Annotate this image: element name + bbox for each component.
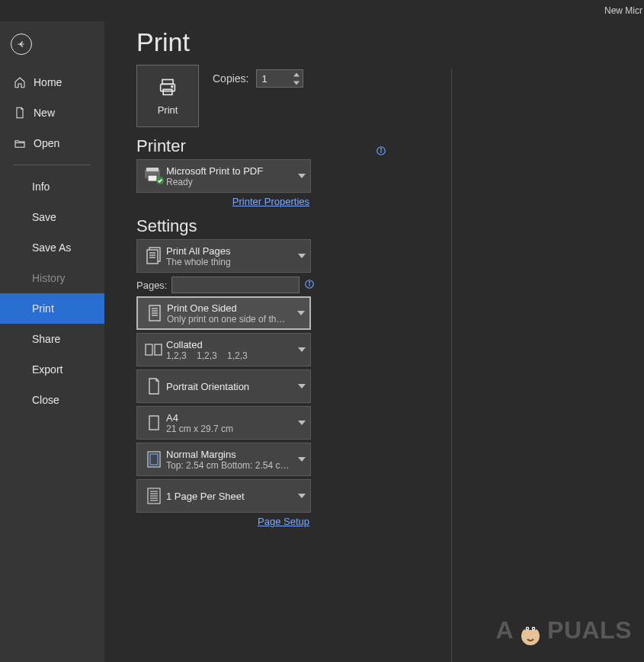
spinner-down[interactable] bbox=[290, 78, 303, 87]
page-setup-link[interactable]: Page Setup bbox=[136, 516, 309, 527]
collation-sub: 1,2,3 1,2,3 1,2,3 bbox=[166, 350, 293, 361]
pages-input[interactable] bbox=[171, 277, 300, 293]
orientation-select[interactable]: Portrait Orientation bbox=[136, 369, 311, 403]
print-button[interactable]: Print bbox=[136, 65, 199, 127]
pages-all-icon bbox=[145, 246, 163, 266]
copies-input[interactable]: 1 bbox=[256, 69, 303, 88]
back-button[interactable] bbox=[11, 34, 32, 55]
spinner-up[interactable] bbox=[290, 70, 303, 78]
sidebar-item-save[interactable]: Save bbox=[0, 202, 104, 232]
chevron-down-icon bbox=[297, 311, 305, 315]
collated-icon bbox=[144, 342, 164, 357]
document-title: New Micr bbox=[604, 5, 642, 16]
sidebar-item-label: Open bbox=[34, 137, 59, 149]
svg-rect-2 bbox=[163, 89, 172, 94]
titlebar: New Micr bbox=[0, 0, 644, 21]
margins-title: Normal Margins bbox=[166, 449, 293, 460]
watermark: A PUALS bbox=[495, 613, 632, 647]
sidebar-item-label: History bbox=[32, 272, 66, 284]
backstage-sidebar: Home New Open Info Save Save As History … bbox=[0, 0, 104, 662]
printer-ready-icon bbox=[143, 168, 165, 184]
sidebar-item-label: Save bbox=[32, 211, 56, 223]
svg-point-40 bbox=[533, 628, 534, 629]
mascot-icon bbox=[517, 613, 544, 647]
arrow-left-icon bbox=[16, 39, 27, 50]
sidebar-item-label: Save As bbox=[32, 241, 71, 254]
sidebar-item-close[interactable]: Close bbox=[0, 385, 104, 415]
paper-size-title: A4 bbox=[166, 412, 293, 424]
sidebar-item-export[interactable]: Export bbox=[0, 354, 104, 385]
collation-title: Collated bbox=[166, 339, 293, 350]
copies-control: Copies: 1 bbox=[213, 69, 303, 88]
sidebar-item-saveas[interactable]: Save As bbox=[0, 232, 104, 263]
info-icon bbox=[376, 146, 386, 156]
printer-select[interactable]: Microsoft Print to PDF Ready bbox=[136, 159, 311, 193]
sidebar-item-label: Share bbox=[32, 333, 60, 345]
print-range-select[interactable]: Print All Pages The whole thing bbox=[136, 239, 311, 273]
svg-rect-12 bbox=[147, 250, 158, 264]
collation-select[interactable]: Collated 1,2,3 1,2,3 1,2,3 bbox=[136, 333, 311, 366]
printer-info-button[interactable] bbox=[376, 141, 386, 161]
sidebar-item-label: Export bbox=[32, 363, 62, 376]
sidebar-item-label: Home bbox=[34, 76, 62, 88]
sidebar-item-info[interactable]: Info bbox=[0, 171, 104, 202]
paper-size-sub: 21 cm x 29.7 cm bbox=[166, 424, 293, 434]
sidebar-item-print[interactable]: Print bbox=[0, 293, 104, 324]
printer-heading: Printer bbox=[136, 136, 186, 155]
margins-select[interactable]: Normal Margins Top: 2.54 cm Bottom: 2.54… bbox=[136, 443, 311, 476]
chevron-down-icon bbox=[298, 174, 306, 178]
svg-rect-25 bbox=[155, 344, 162, 355]
print-sides-select[interactable]: Print One Sided Only print on one side o… bbox=[136, 296, 311, 330]
info-icon bbox=[304, 279, 315, 289]
printer-icon bbox=[155, 77, 180, 98]
chevron-down-icon bbox=[293, 81, 300, 85]
pages-per-sheet-select[interactable]: 1 Page Per Sheet bbox=[136, 479, 311, 513]
sidebar-item-open[interactable]: Open bbox=[0, 128, 104, 158]
chevron-up-icon bbox=[293, 72, 300, 77]
sidebar-item-label: Print bbox=[32, 302, 54, 315]
sidebar-item-share[interactable]: Share bbox=[0, 324, 104, 354]
printer-properties-link[interactable]: Printer Properties bbox=[136, 196, 309, 207]
copies-spinner[interactable] bbox=[290, 70, 303, 87]
settings-heading: Settings bbox=[136, 216, 382, 236]
nav-divider bbox=[14, 165, 91, 165]
orientation-title: Portrait Orientation bbox=[166, 381, 293, 392]
chevron-down-icon bbox=[298, 347, 306, 352]
printer-name: Microsoft Print to PDF bbox=[166, 165, 293, 177]
chevron-down-icon bbox=[298, 421, 306, 425]
svg-rect-8 bbox=[146, 168, 159, 171]
svg-point-18 bbox=[309, 281, 310, 282]
pages-info-button[interactable] bbox=[304, 279, 315, 292]
sidebar-item-label: Close bbox=[32, 394, 59, 406]
sidebar-item-new[interactable]: New bbox=[0, 98, 104, 128]
print-sides-title: Print One Sided bbox=[167, 302, 293, 314]
svg-rect-28 bbox=[150, 454, 158, 465]
paper-icon bbox=[147, 414, 161, 431]
print-sides-sub: Only print on one side of th… bbox=[167, 314, 293, 325]
chevron-down-icon bbox=[298, 254, 306, 258]
pages-per-sheet-icon bbox=[146, 487, 162, 505]
svg-rect-24 bbox=[146, 344, 152, 355]
nav-list: Home New Open Info Save Save As History … bbox=[0, 67, 104, 415]
sidebar-item-home[interactable]: Home bbox=[0, 67, 104, 98]
print-button-label: Print bbox=[158, 104, 178, 116]
printer-status: Ready bbox=[166, 177, 293, 187]
sidebar-item-label: New bbox=[34, 107, 55, 119]
margins-sub: Top: 2.54 cm Bottom: 2.54 c… bbox=[166, 460, 293, 471]
svg-rect-9 bbox=[148, 175, 157, 181]
print-range-title: Print All Pages bbox=[166, 245, 293, 257]
main-area: Print Print Copies: 1 Printer bbox=[104, 0, 644, 662]
home-icon bbox=[14, 76, 26, 88]
portrait-icon bbox=[146, 377, 162, 395]
sidebar-item-history: History bbox=[0, 263, 104, 293]
svg-point-39 bbox=[527, 628, 528, 629]
pages-label: Pages: bbox=[136, 280, 167, 291]
page-title: Print bbox=[136, 27, 382, 57]
paper-size-select[interactable]: A4 21 cm x 29.7 cm bbox=[136, 406, 311, 440]
document-icon bbox=[14, 107, 26, 119]
print-range-sub: The whole thing bbox=[166, 257, 293, 267]
watermark-letter: A bbox=[495, 616, 514, 644]
svg-rect-26 bbox=[149, 416, 159, 430]
folder-open-icon bbox=[14, 137, 26, 149]
chevron-down-icon bbox=[298, 457, 306, 462]
